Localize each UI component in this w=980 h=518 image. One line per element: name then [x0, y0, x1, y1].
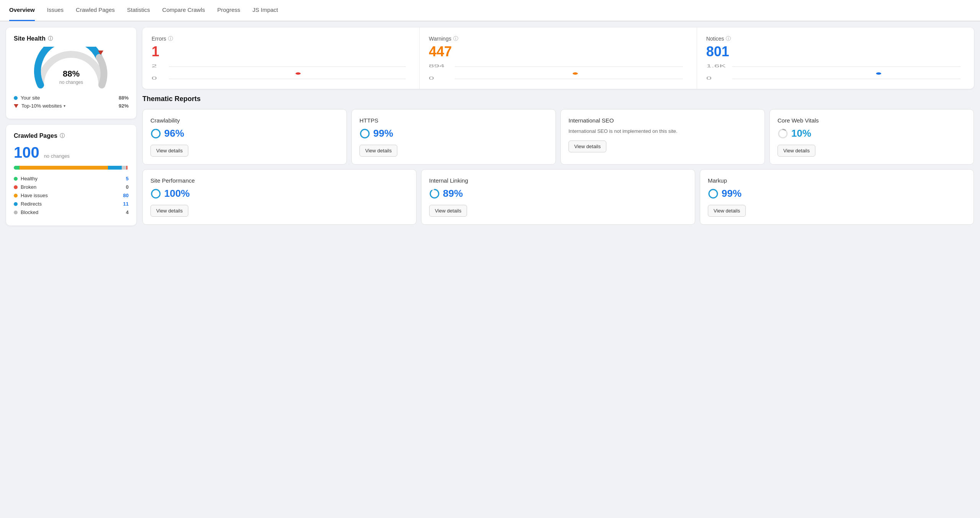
errors-chart: 2 0	[152, 63, 410, 81]
nav-item-overview[interactable]: Overview	[9, 0, 35, 21]
international-seo-desc: International SEO is not implemented on …	[568, 127, 757, 135]
crawlability-name: Crawlability	[150, 117, 339, 124]
blocked-label: Blocked	[21, 209, 38, 215]
internal-linking-score-row: 89%	[429, 188, 687, 199]
crawled-pages-sub: no changes	[44, 153, 70, 159]
notices-chart: 1.6K 0	[706, 63, 965, 81]
site-performance-view-details-button[interactable]: View details	[150, 205, 188, 217]
svg-text:2: 2	[152, 64, 157, 68]
legend-your-site: Your site 88%	[14, 95, 129, 101]
report-https: HTTPS 99% View details	[351, 109, 556, 165]
report-core-web-vitals: Core Web Vitals 10% View details	[769, 109, 974, 165]
site-health-info-icon[interactable]: ⓘ	[48, 35, 53, 42]
gauge-percentage: 88%	[59, 69, 83, 79]
internal-linking-view-details-button[interactable]: View details	[429, 205, 467, 217]
markup-name: Markup	[708, 177, 966, 184]
internal-linking-circle-icon	[429, 188, 440, 199]
nav-item-issues[interactable]: Issues	[47, 0, 64, 21]
crawlability-score-row: 96%	[150, 127, 339, 139]
nav-item-js-impact[interactable]: JS Impact	[253, 0, 278, 21]
markup-pct: 99%	[722, 188, 742, 199]
svg-point-17	[152, 129, 160, 138]
site-health-card: Site Health ⓘ 88% no changes	[6, 28, 136, 119]
svg-text:0: 0	[706, 76, 712, 80]
top10-value: 92%	[119, 103, 129, 109]
core-web-vitals-score-row: 10%	[777, 127, 966, 139]
https-score-row: 99%	[359, 127, 548, 139]
site-performance-score-row: 100%	[150, 188, 408, 199]
nav-item-compare-crawls[interactable]: Compare Crawls	[162, 0, 205, 21]
notices-value: 801	[706, 44, 965, 60]
crawlability-circle-icon	[150, 128, 161, 139]
errors-title: Errors ⓘ	[152, 35, 410, 42]
healthy-value[interactable]: 5	[126, 176, 129, 181]
your-site-label: Your site	[21, 95, 40, 101]
international-seo-view-details-button[interactable]: View details	[568, 141, 606, 152]
nav-item-progress[interactable]: Progress	[217, 0, 240, 21]
nav-item-statistics[interactable]: Statistics	[127, 0, 150, 21]
pb-blocked	[122, 166, 126, 170]
markup-view-details-button[interactable]: View details	[708, 205, 746, 217]
healthy-label: Healthy	[21, 176, 38, 181]
core-web-vitals-view-details-button[interactable]: View details	[777, 145, 815, 157]
site-health-title: Site Health ⓘ	[14, 35, 129, 42]
redirects-value[interactable]: 11	[123, 201, 129, 207]
your-site-value: 88%	[119, 95, 129, 101]
have-issues-value[interactable]: 80	[123, 193, 129, 198]
legend-top10: Top-10% websites ▾ 92%	[14, 103, 129, 109]
main-layout: Site Health ⓘ 88% no changes	[0, 21, 980, 518]
nav-item-crawled-pages[interactable]: Crawled Pages	[76, 0, 115, 21]
svg-point-20	[779, 129, 787, 138]
gauge-label: 88% no changes	[59, 69, 83, 85]
top-navigation: Overview Issues Crawled Pages Statistics…	[0, 0, 980, 21]
broken-label: Broken	[21, 184, 36, 190]
crawlability-view-details-button[interactable]: View details	[150, 145, 188, 157]
crawled-pages-count-row: 100 no changes	[14, 144, 129, 161]
site-performance-pct: 100%	[164, 188, 190, 199]
chevron-down-icon[interactable]: ▾	[64, 104, 65, 108]
gauge-container: 88% no changes	[14, 47, 129, 89]
report-markup: Markup 99% View details	[700, 169, 974, 225]
broken-dot	[14, 185, 18, 189]
internal-linking-name: Internal Linking	[429, 177, 687, 184]
svg-point-5	[296, 72, 301, 75]
pb-healthy	[14, 166, 20, 170]
warnings-info-icon[interactable]: ⓘ	[453, 35, 458, 42]
https-view-details-button[interactable]: View details	[359, 145, 397, 157]
thematic-reports-section: Thematic Reports Crawlability 96% View d…	[142, 95, 974, 225]
site-performance-name: Site Performance	[150, 177, 408, 184]
gauge-sublabel: no changes	[59, 80, 83, 85]
right-panel: Errors ⓘ 1 2 0 Warnings ⓘ	[142, 28, 974, 512]
crawled-pages-title: Crawled Pages ⓘ	[14, 132, 129, 139]
svg-text:0: 0	[152, 76, 157, 80]
https-name: HTTPS	[359, 117, 548, 124]
crawled-pages-count: 100	[14, 144, 39, 161]
international-seo-name: International SEO	[568, 117, 757, 124]
markup-score-row: 99%	[708, 188, 966, 199]
svg-point-10	[573, 72, 578, 75]
warnings-chart: 894 0	[429, 63, 687, 81]
svg-text:0: 0	[429, 76, 434, 80]
report-internal-linking: Internal Linking 89% View details	[421, 169, 695, 225]
report-site-performance: Site Performance 100% View details	[142, 169, 416, 225]
errors-info-icon[interactable]: ⓘ	[168, 35, 173, 42]
core-web-vitals-name: Core Web Vitals	[777, 117, 966, 124]
pb-issues	[20, 166, 108, 170]
crawlability-pct: 96%	[164, 127, 184, 139]
reports-bottom-grid: Site Performance 100% View details Inter…	[142, 169, 974, 225]
redirects-label: Redirects	[21, 201, 42, 207]
have-issues-dot	[14, 194, 18, 198]
errors-card: Errors ⓘ 1 2 0	[142, 28, 420, 89]
report-international-seo: International SEO International SEO is n…	[560, 109, 765, 165]
svg-text:1.6K: 1.6K	[706, 64, 726, 68]
redirects-dot	[14, 202, 18, 206]
svg-point-19	[361, 129, 369, 138]
crawled-pages-info-icon[interactable]: ⓘ	[60, 132, 65, 139]
broken-value: 0	[126, 184, 129, 190]
metrics-row: Errors ⓘ 1 2 0 Warnings ⓘ	[142, 28, 974, 89]
stat-broken: Broken 0	[14, 184, 129, 190]
crawled-pages-card: Crawled Pages ⓘ 100 no changes Healthy 5	[6, 125, 136, 226]
notices-info-icon[interactable]: ⓘ	[726, 35, 731, 42]
svg-point-24	[430, 190, 439, 198]
top10-label: Top-10% websites	[21, 103, 62, 109]
